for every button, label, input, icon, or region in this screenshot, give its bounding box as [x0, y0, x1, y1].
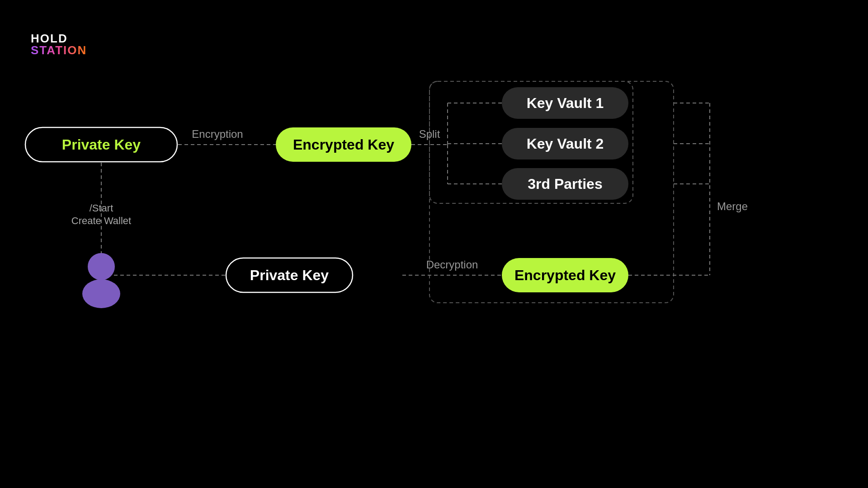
private-key-bottom-label: Private Key — [250, 267, 329, 283]
start-label-line2: Create Wallet — [71, 215, 131, 226]
key-vault-2-label: Key Vault 2 — [527, 136, 604, 152]
private-key-top-label: Private Key — [62, 136, 141, 153]
merge-label: Merge — [717, 200, 748, 212]
key-vault-1-label: Key Vault 1 — [527, 95, 604, 111]
encrypted-key-bottom-label: Encrypted Key — [514, 267, 616, 283]
third-parties-label: 3rd Parties — [528, 176, 602, 192]
start-label-line1: /Start — [90, 202, 113, 214]
user-icon-body — [82, 279, 120, 308]
decryption-label: Decryption — [426, 258, 478, 271]
user-icon-head — [88, 253, 115, 280]
encrypted-key-top-label: Encrypted Key — [293, 136, 394, 153]
diagram-svg: Private Key Encrypted Key Key Vault 1 Ke… — [0, 0, 868, 488]
encryption-label: Encryption — [192, 128, 243, 140]
split-label: Split — [419, 128, 440, 140]
